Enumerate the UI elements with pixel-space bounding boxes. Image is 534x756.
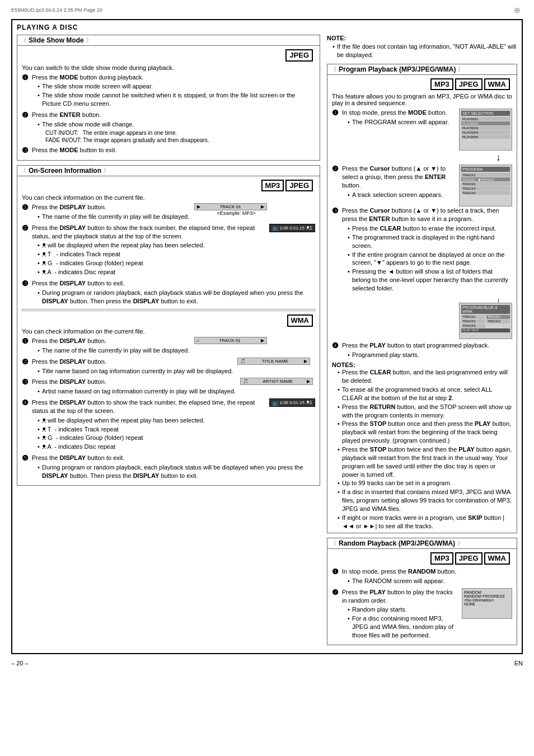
footer-page: – 20 – xyxy=(11,660,29,666)
page-meta: E59M0UD.qx3 04.6.24 2:35 PM Page 20 xyxy=(11,7,102,13)
note-box: NOTE: If the file does not contain tag i… xyxy=(327,35,517,59)
ps-row: PLAY0001 xyxy=(461,117,510,121)
wma-artist-label: ARTIST NAME xyxy=(263,379,293,384)
page-wrapper: E59M0UD.qx3 04.6.24 2:35 PM Page 20 PLAY… xyxy=(11,6,523,666)
rand-row: NONE xyxy=(464,602,510,606)
wma-intro: You can check information on the current… xyxy=(22,328,315,335)
note-bullet: If the file does not contain tag informa… xyxy=(332,43,517,59)
ps-title-1: SET SELECTION xyxy=(461,111,510,116)
slide-show-step-3: ❸ Press the MODE button to exit. xyxy=(22,146,315,156)
rand-screenshot: RANDOM RANDOM PROGRESS <No Information> … xyxy=(462,588,512,642)
on-screen-header: 〈 On-Screen Information 〉 xyxy=(17,166,320,176)
bullet: Press the RETURN button, and the STOP sc… xyxy=(338,403,512,420)
ps-title-2: PROGRAM xyxy=(461,167,510,172)
slide-show-header: 〈 Slide Show Mode 〉 xyxy=(17,35,320,46)
wma-step-3: ❸ Press the DISPLAY button. Artist name … xyxy=(22,378,315,396)
bullet: Pressing the ◄ button will show a list o… xyxy=(348,267,512,293)
cut-fade-text: CUT IN/OUT: The entire image appears in … xyxy=(45,129,315,144)
example-label: <Example: MP3> xyxy=(194,210,256,216)
bullet: A track selection screen appears. xyxy=(348,191,456,199)
bullet: The slide show mode will change. xyxy=(38,120,315,129)
ps-row: TRACK1 xyxy=(461,173,510,177)
ps-row: TRACK2 xyxy=(461,182,510,186)
wma-title-mockup: 🎵TITLE NAME▶ xyxy=(237,358,310,365)
slide-show-body: JPEG You can switch to the slide show mo… xyxy=(17,46,320,160)
bullet: Up to 99 tracks can be set in a program. xyxy=(338,479,512,487)
wma-status-mockup: 📺 1/36 0:01:15 ᴥ1 xyxy=(269,398,316,407)
rand-arrow-left: 〈 xyxy=(331,539,336,547)
wma-badge-container: WMA xyxy=(22,313,315,328)
random-playback-section: 〈 Random Playback (MP3/JPEG/WMA) 〉 MP3 J… xyxy=(327,538,517,645)
prog-arrow-left: 〈 xyxy=(331,65,336,73)
prog-step-4: ❹ Press the PLAY button to start program… xyxy=(332,341,512,360)
bullet: ᴥ will be displayed when the repeat play… xyxy=(38,241,265,250)
bullet: The name of the file currently in play w… xyxy=(38,346,190,355)
note-title: NOTE: xyxy=(327,35,517,41)
step-num-2: ❷ xyxy=(22,111,30,119)
on-screen-arrow-left: 〈 xyxy=(21,167,26,175)
ps-title-3: PROGRAM BLUE & WINK xyxy=(461,305,510,314)
wma-title-label: TITLE NAME xyxy=(262,359,288,364)
section-arrow-right: 〉 xyxy=(86,36,92,44)
bullet: Press the STOP button twice and then the… xyxy=(338,445,512,478)
step-num-wma3: ❸ xyxy=(22,378,30,386)
program-playback-body: MP3 JPEG WMA This feature allows you to … xyxy=(327,75,517,533)
step-3-content: Press the MODE button to exit. xyxy=(32,146,315,156)
prog-screenshot-3: PROGRAM BLUE & WINK TRACK1 TRACK2 TRACK3… xyxy=(459,303,512,339)
prog-step2-row: ❷ Press the Cursor buttons (▲ or ▼) to s… xyxy=(332,165,512,206)
prog-screenshot-1: SET SELECTION PLAY0001 PLAY0002 PLAY0003… xyxy=(459,109,512,151)
bullet: If eight or more tracks were in a progra… xyxy=(338,514,512,530)
step-num-1: ❶ xyxy=(22,73,30,82)
crosshair-icon xyxy=(514,6,523,15)
prog-step-3: ❸ Press the Cursor buttons (▲ or ▼) to s… xyxy=(332,206,512,293)
step-num-wma1: ❶ xyxy=(22,337,30,345)
prog-step1-text: ❶ In stop mode, press the MODE button. T… xyxy=(332,109,456,151)
random-playback-body: MP3 JPEG WMA ❶ In stop mode, press the R… xyxy=(327,549,517,644)
bullet: Press the CLEAR button, and the last-pro… xyxy=(338,368,512,385)
bullet: ᴥ G - indicates Group (folder) repeat xyxy=(38,259,265,267)
mp3-badge: MP3 xyxy=(261,180,284,192)
ps-row: PLAY0003 xyxy=(461,126,510,130)
step-num-os1: ❶ xyxy=(22,203,30,212)
wma-step-4: ❹ Press the DISPLAY button to show the t… xyxy=(22,398,315,452)
bullet: ᴥ A - indicates Disc repeat xyxy=(38,443,265,451)
prog-mp3-badge: MP3 xyxy=(430,78,453,91)
footer-lang: EN xyxy=(514,660,523,666)
step-num-wma2: ❷ xyxy=(22,358,30,366)
rand-arrow-right: 〉 xyxy=(457,539,463,547)
rand-row: RANDOM PROGRESS xyxy=(464,594,510,598)
step-num-os3: ❸ xyxy=(22,279,30,288)
bullet: Programmed play starts. xyxy=(348,351,512,359)
slide-show-badge-row: JPEG xyxy=(22,48,315,63)
prog-notes-title: NOTES: xyxy=(332,361,512,368)
on-screen-arrow-right: 〉 xyxy=(104,167,109,175)
page-footer: – 20 – EN xyxy=(11,660,523,666)
wma1-content: Press the DISPLAY button. The name of th… xyxy=(32,337,315,355)
track-mockup: ▶TRACK 01▶ xyxy=(194,203,267,210)
bullet: To erase all the programmed tracks at on… xyxy=(338,386,512,402)
wma-step-1: ❶ Press the DISPLAY button. The name of … xyxy=(22,337,315,355)
step-2-content: Press the ENTER button. The slide show m… xyxy=(32,111,315,144)
random-playback-header: 〈 Random Playback (MP3/JPEG/WMA) 〉 xyxy=(327,538,517,549)
on-screen-intro: You can check information on the current… xyxy=(22,194,315,201)
ps-row: TRACK3 xyxy=(461,186,510,190)
slide-show-section: 〈 Slide Show Mode 〉 JPEG You can switch … xyxy=(17,35,320,161)
wma-artist-mockup: 🎵ARTIST NAME▶ xyxy=(240,378,313,385)
random-playback-title: Random Playback (MP3/JPEG/WMA) xyxy=(339,539,455,547)
wma-divider xyxy=(22,309,315,311)
on-screen-body: MP3 JPEG You can check information on th… xyxy=(17,176,320,485)
prog-step-num-3: ❸ xyxy=(332,206,340,215)
wma-status-label: 1/36 0:01:15 xyxy=(280,400,305,405)
on-screen-step-3: ❸ Press the DISPLAY button to exit. Duri… xyxy=(22,279,315,306)
status-mockup: 📺 1/36 0:01:15 ᴥ1 xyxy=(269,224,316,232)
slide-show-step-1: ❶ Press the MODE button during playback.… xyxy=(22,73,315,109)
bullet: ᴥ A - indicates Disc repeat xyxy=(38,268,265,276)
step-os1-content: Press the DISPLAY button. The name of th… xyxy=(32,203,315,222)
prog-intro: This feature allows you to program an MP… xyxy=(332,93,512,106)
ps-row: TRACK3 xyxy=(461,324,485,328)
ps-row: PLAY OUT xyxy=(461,328,510,332)
arrow-down-1: ↓ xyxy=(332,152,501,163)
prog-notes: NOTES: Press the CLEAR button, and the l… xyxy=(332,361,512,530)
rand-mp3-badge: MP3 xyxy=(430,552,453,565)
prog-wma-badge: WMA xyxy=(484,78,510,91)
